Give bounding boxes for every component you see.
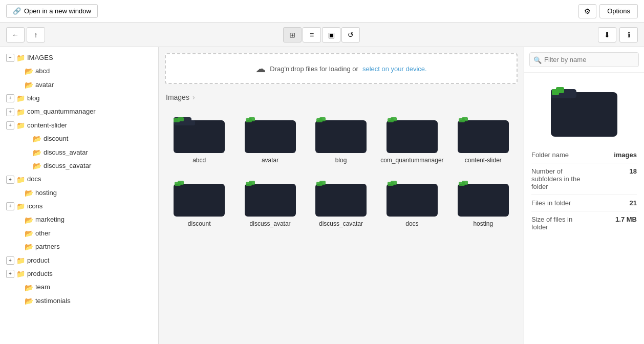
refresh-button[interactable]: ↺: [341, 27, 360, 42]
up-button[interactable]: ↑: [27, 27, 45, 42]
sidebar-label-other: other: [35, 228, 51, 239]
products-toggle[interactable]: +: [6, 270, 14, 278]
sidebar-root[interactable]: − 📁 IMAGES: [0, 51, 158, 64]
folder-svg-discuss-avatar: [245, 176, 296, 217]
sidebar-item-icons[interactable]: + 📁 icons: [0, 200, 158, 213]
com-toggle[interactable]: +: [6, 108, 14, 116]
svg-rect-33: [551, 92, 617, 137]
file-label-discuss-avatar: discuss_avatar: [250, 220, 291, 227]
breadcrumb-chevron: ›: [192, 93, 195, 101]
top-bar: 🔗 Open in a new window ⚙ Options: [0, 0, 644, 23]
sidebar-item-discount[interactable]: 📂 discount: [0, 132, 158, 145]
sidebar-item-discuss-cavatar[interactable]: 📂 discuss_cavatar: [0, 159, 158, 173]
sidebar-label-discuss-avatar: discuss_avatar: [44, 147, 88, 158]
back-button[interactable]: ←: [6, 27, 25, 42]
info-row-subfolders: Number of subfolders in the folder 18: [531, 163, 637, 195]
subfolders-label: Number of subfolders in the folder: [531, 167, 584, 190]
product-toggle[interactable]: +: [6, 256, 14, 265]
folder-icon-discuss-avatar: 📂: [33, 147, 41, 158]
svg-rect-8: [249, 117, 255, 121]
settings-button[interactable]: ⚙: [578, 4, 596, 18]
content-slider-toggle[interactable]: +: [6, 121, 14, 130]
svg-rect-17: [462, 117, 468, 121]
root-folder-icon: 📁: [16, 52, 25, 63]
sidebar-item-docs[interactable]: + 📁 docs: [0, 173, 158, 186]
filter-input[interactable]: [529, 52, 639, 67]
sidebar-item-hosting[interactable]: 📂 hosting: [0, 186, 158, 200]
file-item-com-quantummanager[interactable]: com_quantummanager: [378, 109, 445, 168]
sidebar-item-partners[interactable]: 📂 partners: [0, 240, 158, 253]
folder-view-button[interactable]: ▣: [322, 27, 340, 42]
svg-rect-6: [245, 120, 296, 153]
sidebar-item-discuss-avatar[interactable]: 📂 discuss_avatar: [0, 146, 158, 159]
folder-icon-discuss-cavatar: 📂: [33, 160, 41, 171]
sidebar-label-abcd: abcd: [35, 66, 50, 77]
sidebar-item-blog[interactable]: + 📁 blog: [0, 92, 158, 105]
sidebar: − 📁 IMAGES 📂 abcd 📂 avatar + 📁 blog + 📁 …: [0, 47, 159, 344]
sidebar-label-blog: blog: [27, 93, 40, 104]
sidebar-label-testimonials: testimonials: [35, 296, 71, 307]
sidebar-item-other[interactable]: 📂 other: [0, 227, 158, 240]
folder-svg-avatar: [245, 113, 296, 154]
files-value: 21: [584, 199, 637, 207]
grid-view-button[interactable]: ⊞: [283, 27, 302, 42]
sidebar-item-product[interactable]: + 📁 product: [0, 254, 158, 267]
folder-svg-com: [387, 113, 438, 154]
sidebar-item-avatar[interactable]: 📂 avatar: [0, 78, 158, 92]
icons-toggle[interactable]: +: [6, 202, 14, 210]
folder-svg-blog: [315, 113, 367, 154]
file-item-discuss-cavatar[interactable]: discuss_cavatar: [308, 172, 374, 231]
file-item-docs[interactable]: docs: [378, 172, 445, 231]
sidebar-item-content-slider[interactable]: + 📁 content-slider: [0, 119, 158, 132]
center-content: ☁ Drag'n'drop files for loading or selec…: [159, 47, 524, 344]
size-label: Size of files in folder: [531, 216, 584, 231]
breadcrumb-label[interactable]: Images: [166, 93, 189, 101]
sidebar-item-com-quantummanager[interactable]: + 📁 com_quantummanager: [0, 105, 158, 119]
folder-preview: [524, 73, 644, 142]
file-item-blog[interactable]: blog: [308, 109, 374, 168]
sidebar-item-testimonials[interactable]: 📂 testimonials: [0, 294, 158, 308]
folder-info: Folder name images Number of subfolders …: [524, 142, 644, 240]
sidebar-item-marketing[interactable]: 📂 marketing: [0, 213, 158, 227]
folder-icon-icons: 📁: [16, 201, 25, 212]
options-label: Options: [607, 7, 630, 15]
svg-rect-12: [387, 120, 438, 153]
file-item-content-slider[interactable]: content-slider: [450, 109, 517, 168]
download-button[interactable]: ⬇: [598, 27, 616, 42]
folder-svg-discount: [174, 176, 225, 217]
size-value: 1.7 MB: [584, 216, 637, 223]
file-item-avatar[interactable]: avatar: [237, 109, 303, 168]
list-icon: ≡: [310, 31, 314, 39]
info-button[interactable]: ℹ: [619, 27, 638, 42]
root-toggle[interactable]: −: [6, 54, 14, 62]
sidebar-label-discount: discount: [44, 134, 68, 144]
svg-rect-20: [178, 181, 184, 185]
file-item-abcd[interactable]: abcd: [166, 109, 232, 168]
file-item-hosting[interactable]: hosting: [450, 172, 517, 231]
file-item-discuss-avatar[interactable]: discuss_avatar: [237, 172, 303, 231]
folder-icon-partners: 📂: [25, 241, 33, 252]
list-view-button[interactable]: ≡: [303, 27, 321, 42]
open-new-window-button[interactable]: 🔗 Open in a new window: [6, 4, 98, 18]
folder-icon-other: 📂: [25, 228, 33, 239]
sidebar-item-abcd[interactable]: 📂 abcd: [0, 64, 158, 78]
folder-svg-abcd: [174, 113, 225, 154]
file-label-content-slider: content-slider: [465, 157, 502, 164]
docs-toggle[interactable]: +: [6, 176, 14, 184]
info-row-size: Size of files in folder 1.7 MB: [531, 211, 637, 235]
select-on-device-link[interactable]: select on your device.: [362, 65, 427, 73]
breadcrumb: Images ›: [159, 90, 524, 104]
toolbar: ← ↑ ⊞ ≡ ▣ ↺ ⬇ ℹ: [0, 23, 644, 47]
sidebar-item-products[interactable]: + 📁 products: [0, 267, 158, 281]
drop-zone[interactable]: ☁ Drag'n'drop files for loading or selec…: [165, 53, 518, 84]
svg-rect-36: [556, 87, 564, 93]
file-item-discount[interactable]: discount: [166, 172, 232, 231]
svg-rect-23: [249, 181, 255, 185]
blog-toggle[interactable]: +: [6, 94, 14, 102]
cloud-upload-icon: ☁: [255, 62, 266, 75]
options-button[interactable]: Options: [599, 4, 638, 18]
svg-rect-15: [458, 120, 509, 153]
folder-name-value: images: [584, 151, 637, 159]
sidebar-item-team[interactable]: 📂 team: [0, 281, 158, 294]
folder-icon-content-slider: 📁: [16, 120, 25, 131]
